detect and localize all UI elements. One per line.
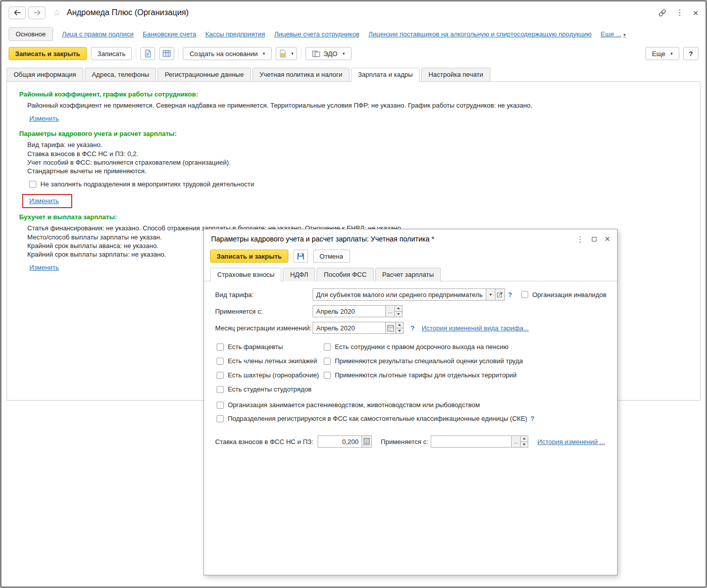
applies-from-input[interactable] [313,305,386,317]
tariff-open-button[interactable] [495,288,505,301]
checkbox-box-icon [324,358,331,365]
help-button[interactable]: ? [683,47,698,60]
nav-item-personal-accounts[interactable]: Лицевые счета сотрудников [274,30,360,38]
tariff-help-icon[interactable]: ? [508,291,512,299]
checkbox-flight-crews[interactable]: Есть члены летных экипажей [217,357,324,365]
accounting-heading: Бухучет и выплата зарплаты: [19,213,690,221]
district-change-link[interactable]: Изменить [29,115,59,122]
maximize-icon[interactable] [592,237,596,241]
save-close-button[interactable]: Записать и закрыть [9,47,87,60]
chevron-down-icon: ▾ [342,51,345,56]
file-actions-dropdown-button[interactable]: ▾ [276,47,297,60]
chevron-down-icon: ▾ [291,51,294,56]
nav-item-main[interactable]: Основное [9,27,53,41]
checkbox-agro[interactable]: Организация занимается растениеводством,… [217,401,480,409]
tab-accounting-policy[interactable]: Учетная политика и налоги [252,68,349,81]
checkbox-box-icon [217,344,224,351]
table-icon [163,50,171,57]
fss-rate-row: Ставка взносов в ФСС НС и ПЗ: Применяетс… [210,435,611,448]
tariff-history-link[interactable]: История изменений вида тарифа... [422,324,529,332]
skip-departments-checkbox[interactable]: Не заполнять подразделения в мероприятия… [29,180,254,188]
checkbox-miners[interactable]: Есть шахтеры (горнорабочие) [217,371,324,379]
window-menu-icon[interactable]: ⋮ [676,9,684,17]
nav-item-bank-accounts[interactable]: Банковские счета [142,30,196,38]
tab-fss-benefits[interactable]: Пособия ФСС [317,268,373,281]
tariff-type-label: Вид тарифа: [215,291,313,299]
chevron-down-icon: ▾ [671,51,673,56]
spin-down-button[interactable] [395,328,403,334]
create-based-on-button[interactable]: Создать на основании▾ [183,47,271,60]
favorite-star-icon[interactable]: ☆ [53,8,61,18]
nav-more-link[interactable]: Еще ...▾ [600,30,625,38]
forward-button[interactable] [28,7,45,19]
toolbar-separator [178,48,179,59]
reg-month-input[interactable] [313,322,386,334]
tariff-dropdown-button[interactable]: ▾ [486,288,495,301]
tab-salary-calc[interactable]: Расчет зарплаты [375,268,441,281]
get-link-icon[interactable] [658,9,667,17]
window-title: Андромеда Плюс (Организация) [67,8,188,17]
hr-params-change-link[interactable]: Изменить [29,197,59,205]
hr-params-heading: Параметры кадрового учета и расчет зарпл… [19,130,690,137]
dialog-titlebar: Параметры кадрового учета и расчет зарпл… [204,229,617,249]
dialog-close-icon[interactable]: × [604,234,610,243]
accounting-change-link[interactable]: Изменить [29,264,59,271]
tab-registration-data[interactable]: Регистрационные данные [158,68,250,81]
checkbox-box-icon [324,344,331,351]
checkbox-preferential-territory-tariffs[interactable]: Применяются льготные тарифы для отдельны… [324,371,611,379]
tariff-type-input[interactable] [313,288,486,301]
spin-down-button[interactable] [520,442,528,448]
nav-item-signers[interactable]: Лица с правом подписи [62,30,134,38]
dialog-save-close-button[interactable]: Записать и закрыть [210,250,288,263]
reg-month-calendar-button[interactable] [385,322,396,334]
tab-insurance-contributions[interactable]: Страховые взносы [210,268,281,282]
nav-item-alcohol-licenses[interactable]: Лицензии поставщиков на алкогольную и сп… [369,30,592,38]
spin-down-button[interactable] [394,311,402,318]
hr-params-line: Учет пособий в ФСС: выполняется страхова… [27,159,690,167]
dialog-cancel-button[interactable]: Отмена [313,250,350,263]
form-tabstrip: Общая информация Адреса, телефоны Регист… [2,68,705,81]
save-button[interactable]: Записать [91,47,132,60]
checkbox-special-assessment[interactable]: Применяются результаты специальной оценк… [324,357,611,365]
file-icon [279,50,286,58]
edo-button[interactable]: ЭДО ▾ [306,47,351,60]
checkbox-pharmacists[interactable]: Есть фармацевты [217,343,324,351]
org-invalids-checkbox[interactable]: Организация инвалидов [521,291,607,299]
checkbox-early-retirement[interactable]: Есть сотрудники с правом досрочного выхо… [324,343,611,351]
open-in-window-icon [497,291,503,298]
attached-files-button[interactable] [140,47,155,60]
rate-applies-label: Применяется с: [381,438,428,446]
checkbox-box-icon [29,181,36,188]
tab-print-settings[interactable]: Настройка печати [421,68,490,81]
rate-applies-choose-button[interactable]: ... [511,435,521,448]
nav-links-row: Основное Лица с правом подписи Банковски… [2,24,705,44]
calendar-icon [387,325,394,331]
tab-general-info[interactable]: Общая информация [7,68,83,81]
fss-rate-calc-button[interactable] [362,435,372,448]
applies-from-choose-button[interactable]: ... [385,305,395,317]
nav-item-cash-desks[interactable]: Кассы предприятия [205,30,265,38]
ske-help-icon[interactable]: ? [530,415,534,422]
tab-addresses[interactable]: Адреса, телефоны [85,68,157,81]
tab-salary-hr[interactable]: Зарплата и кадры [351,68,420,82]
agro-checkbox-row: Организация занимается растениеводством,… [210,401,611,409]
checkbox-box-icon [217,358,224,365]
chevron-down-icon: ▾ [489,292,492,297]
rate-applies-input[interactable] [431,435,512,448]
tab-ndfl[interactable]: НДФЛ [283,268,315,281]
reg-month-help-icon[interactable]: ? [411,324,415,332]
fss-rate-input[interactable] [318,435,362,448]
checkbox-ske[interactable]: Подразделения регистрируются в ФСС как с… [217,415,527,422]
checkbox-student-squads[interactable]: Есть студенты студотрядов [217,385,324,393]
dialog-menu-icon[interactable]: ⋮ [576,235,584,243]
back-button[interactable] [9,7,26,19]
more-actions-button[interactable]: Еще▾ [645,47,679,60]
rate-history-link[interactable]: История изменений ... [537,438,605,446]
applies-from-row: Применяется с: ... [210,305,611,317]
close-icon[interactable]: × [693,8,698,18]
report-button[interactable] [159,47,174,60]
hr-params-line: Вид тарифа: не указано. [27,141,690,149]
dialog-save-button[interactable] [293,250,308,263]
hr-params-line: Ставка взносов в ФСС НС и ПЗ: 0,2. [27,150,690,158]
hr-change-wrap: Изменить [29,197,59,205]
